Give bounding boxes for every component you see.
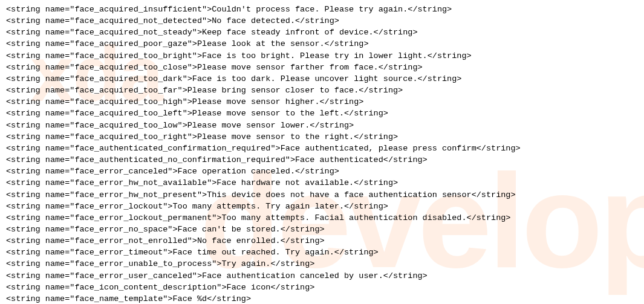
code-line: <string name="face_acquired_too_bright">…	[6, 50, 638, 62]
code-line: <string name="face_acquired_not_steady">…	[6, 27, 638, 38]
code-line: <string name="face_acquired_too_low">Ple…	[6, 120, 638, 131]
code-line: <string name="face_acquired_not_detected…	[6, 15, 638, 27]
code-line: <string name="face_acquired_too_dark">Fa…	[6, 73, 638, 85]
code-line: <string name="face_acquired_too_close">P…	[6, 62, 638, 73]
code-line: <string name="face_error_hw_not_present"…	[6, 189, 638, 201]
code-line: <string name="face_acquired_too_high">Pl…	[6, 96, 638, 108]
code-line: <string name="face_authenticated_confirm…	[6, 143, 638, 154]
code-line: <string name="face_acquired_poor_gaze">P…	[6, 38, 638, 50]
code-line: <string name="face_error_canceled">Face …	[6, 166, 638, 177]
code-block: <string name="face_acquired_insufficient…	[6, 4, 638, 304]
code-line: <string name="face_authenticated_no_conf…	[6, 154, 638, 166]
code-line: <string name="face_icon_content_descript…	[6, 282, 638, 293]
code-line: <string name="face_error_timeout">Face t…	[6, 247, 638, 258]
code-line: <string name="face_error_unable_to_proce…	[6, 258, 638, 270]
code-line: <string name="face_error_not_enrolled">N…	[6, 235, 638, 247]
code-line: <string name="face_acquired_too_far">Ple…	[6, 85, 638, 96]
code-line: <string name="face_acquired_too_right">P…	[6, 131, 638, 143]
code-line: <string name="face_error_no_space">Face …	[6, 224, 638, 235]
code-line: <string name="face_acquired_insufficient…	[6, 4, 638, 15]
code-line: <string name="face_error_lockout">Too ma…	[6, 201, 638, 212]
code-line: <string name="face_error_lockout_permane…	[6, 212, 638, 224]
code-line: <string name="face_name_template">Face %…	[6, 293, 638, 304]
code-line: <string name="face_acquired_too_left">Pl…	[6, 108, 638, 119]
code-line: <string name="face_error_hw_not_availabl…	[6, 177, 638, 189]
code-line: <string name="face_error_user_canceled">…	[6, 270, 638, 282]
